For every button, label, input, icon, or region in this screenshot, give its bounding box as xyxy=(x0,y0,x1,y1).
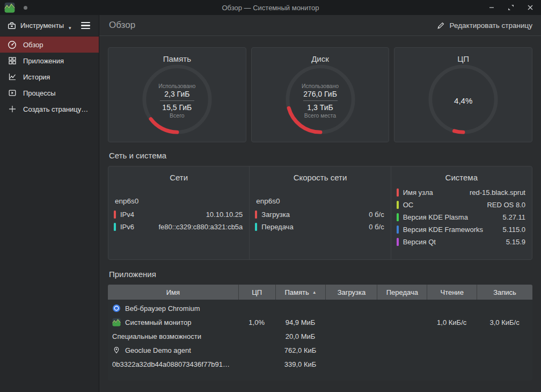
pencil-icon xyxy=(436,21,445,30)
gauge-divider xyxy=(303,100,338,101)
network-speed-column: Скорость сети enp6s0 Загрузка 0 б/с xyxy=(249,166,390,259)
sensor-color-bar xyxy=(397,213,399,221)
sensor-color-bar xyxy=(114,223,116,231)
sensor-row: Версия KDE Plasma 5.27.11 xyxy=(397,211,527,223)
table-row[interactable]: Системный монитор 1,0% 94,9 МиБ 1,0 КиБ/… xyxy=(108,315,532,329)
column-header-memory[interactable]: Память ▲ xyxy=(275,285,326,300)
column-header-read[interactable]: Чтение xyxy=(427,285,477,300)
column-header-write[interactable]: Запись xyxy=(477,285,532,300)
interface-name: enp6s0 xyxy=(256,197,385,205)
table-row[interactable]: Веб-браузер Chromium xyxy=(108,301,532,315)
cpu-gauge: 4,4% xyxy=(426,63,501,137)
applications-table: Имя ЦП Память ▲ Загрузка Передача Чтение… xyxy=(108,285,532,381)
column-header-download[interactable]: Загрузка xyxy=(325,285,377,300)
sidebar-list: Обзор Приложения xyxy=(0,37,99,117)
page-header: Обзор Редактировать страницу xyxy=(99,15,541,36)
sensor-color-bar xyxy=(114,210,116,219)
memory-gauge: Использовано 2,3 ГиБ 15,5 ГиБ Всего xyxy=(140,63,215,137)
column-title: Скорость сети xyxy=(255,173,385,182)
menu-icon[interactable] xyxy=(79,20,92,31)
networks-column: Сети enp6s0 IPv4 10.10.10.25 IPv6 xyxy=(108,166,249,259)
sensor-color-bar xyxy=(397,238,399,246)
column-title: Система xyxy=(397,173,527,182)
gauge-cards-row: Память Использовано 2,3 ГиБ 15,5 ГиБ xyxy=(108,47,532,142)
gauge-divider xyxy=(160,100,194,101)
toolbox-icon xyxy=(8,21,16,30)
chromium-icon xyxy=(112,304,121,313)
memory-card: Память Использовано 2,3 ГиБ 15,5 ГиБ xyxy=(108,47,246,142)
sensor-row: IPv4 10.10.10.25 xyxy=(114,208,244,221)
sensor-row: Загрузка 0 б/с xyxy=(255,208,385,221)
cpu-card: ЦП 4,4% xyxy=(394,47,532,142)
table-body: Веб-браузер Chromium xyxy=(108,300,532,381)
sidebar: Инструменты ▾ Обзор xyxy=(0,15,99,392)
sidebar-item-label: История xyxy=(23,73,50,81)
column-header-upload[interactable]: Передача xyxy=(377,285,427,300)
sensor-color-bar xyxy=(397,226,399,234)
sidebar-item-overview[interactable]: Обзор xyxy=(0,37,99,53)
restore-icon[interactable] xyxy=(507,3,515,12)
sidebar-item-applications[interactable]: Приложения xyxy=(0,53,99,69)
titlebar-pin-icon[interactable] xyxy=(24,6,27,10)
close-icon[interactable] xyxy=(526,3,535,12)
window-title: Обзор — Системный монитор xyxy=(0,4,541,12)
cpu-usage-value: 4,4% xyxy=(454,96,472,105)
sidebar-item-new-page[interactable]: Создать страницу… xyxy=(0,101,99,117)
gauge-total-value: 1,3 ТиБ xyxy=(307,103,333,112)
gauge-total-label: Всего xyxy=(170,112,185,119)
system-column: Система Имя узла red-15.black.sprut ОС R… xyxy=(391,166,532,259)
column-header-cpu[interactable]: ЦП xyxy=(238,285,275,300)
tools-menu-button[interactable]: Инструменты ▾ xyxy=(8,21,71,30)
plus-icon xyxy=(8,105,17,114)
gauge-used-value: 2,3 ГиБ xyxy=(164,90,189,98)
page-title: Обзор xyxy=(109,20,135,31)
sidebar-item-history[interactable]: История xyxy=(0,69,99,85)
table-row[interactable]: Geoclue Demo agent 762,0 КиБ xyxy=(108,343,532,357)
sensor-row: ОС RED OS 8.0 xyxy=(397,199,527,211)
caret-down-icon: ▾ xyxy=(69,25,71,31)
sensor-color-bar xyxy=(397,188,399,197)
column-title: Сети xyxy=(114,173,244,182)
sensor-color-bar xyxy=(255,223,257,231)
tools-menu-label: Инструменты xyxy=(20,21,64,30)
sidebar-item-processes[interactable]: Процессы xyxy=(0,85,99,101)
speedometer-icon xyxy=(8,40,17,49)
card-title: Диск xyxy=(252,54,389,63)
line-chart-icon xyxy=(8,72,17,82)
sidebar-item-label: Процессы xyxy=(23,89,56,97)
system-monitor-window: Обзор — Системный монитор xyxy=(0,0,541,392)
gauge-used-label: Использовано xyxy=(302,83,339,89)
network-system-card: Сети enp6s0 IPv4 10.10.10.25 IPv6 xyxy=(108,166,532,260)
sidebar-item-label: Обзор xyxy=(23,41,43,49)
minimize-icon[interactable] xyxy=(487,3,496,12)
sort-ascending-icon: ▲ xyxy=(312,290,317,295)
sidebar-toolbar: Инструменты ▾ xyxy=(0,15,99,37)
sensor-row: Имя узла red-15.black.sprut xyxy=(397,186,527,199)
edit-page-label: Редактировать страницу xyxy=(450,21,532,30)
sidebar-item-label: Приложения xyxy=(23,57,64,65)
location-pin-icon xyxy=(112,346,121,354)
overview-page: Память Использовано 2,3 ГиБ 15,5 ГиБ xyxy=(99,36,541,392)
play-square-icon xyxy=(8,89,17,98)
sensor-color-bar xyxy=(397,201,399,209)
sensor-row: Версия Qt 5.15.9 xyxy=(397,236,527,248)
gauge-total-value: 15,5 ГиБ xyxy=(162,103,192,112)
sidebar-item-label: Создать страницу… xyxy=(23,105,88,113)
applications-section-title: Приложения xyxy=(109,270,531,279)
table-row[interactable]: Специальные возможности 20,0 МиБ xyxy=(108,329,532,343)
titlebar: Обзор — Системный монитор xyxy=(0,0,541,15)
card-title: ЦП xyxy=(394,54,532,63)
table-row[interactable]: 0b3322a32db44a088073436f77b91… 339,0 КиБ xyxy=(108,357,532,371)
card-title: Память xyxy=(108,54,246,63)
network-section-title: Сеть и система xyxy=(109,151,531,160)
disk-card: Диск Использовано 276,0 ГиБ 1,3 ТиБ xyxy=(251,47,390,142)
interface-name: enp6s0 xyxy=(115,197,244,205)
table-header: Имя ЦП Память ▲ Загрузка Передача Чтение… xyxy=(108,285,532,300)
gauge-used-value: 276,0 ГиБ xyxy=(303,90,337,98)
column-header-name[interactable]: Имя xyxy=(108,285,238,300)
system-monitor-icon xyxy=(112,318,121,326)
disk-gauge: Использовано 276,0 ГиБ 1,3 ТиБ Всего мес… xyxy=(283,63,358,137)
gauge-used-label: Использовано xyxy=(158,83,195,89)
edit-page-button[interactable]: Редактировать страницу xyxy=(436,21,532,30)
grid-icon xyxy=(8,56,17,66)
